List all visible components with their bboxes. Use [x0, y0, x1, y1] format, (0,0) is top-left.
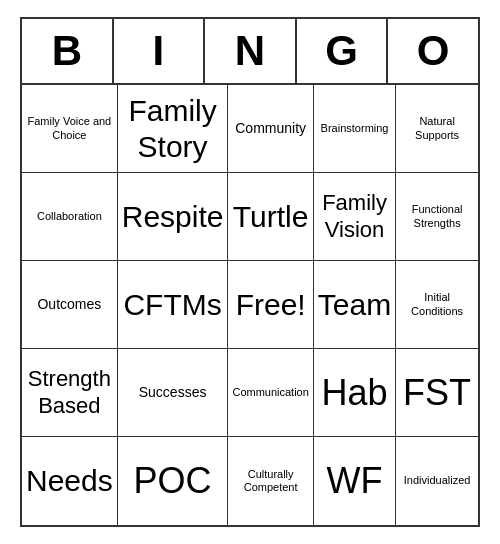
bingo-header: BINGO	[22, 19, 478, 85]
bingo-cell-22[interactable]: Culturally Competent	[228, 437, 313, 525]
cell-text-1: Family Story	[122, 93, 224, 165]
bingo-cell-11[interactable]: CFTMs	[118, 261, 229, 349]
bingo-grid: Family Voice and ChoiceFamily StoryCommu…	[22, 85, 478, 525]
bingo-card: BINGO Family Voice and ChoiceFamily Stor…	[20, 17, 480, 527]
cell-text-11: CFTMs	[123, 287, 221, 323]
bingo-cell-19[interactable]: FST	[396, 349, 478, 437]
bingo-cell-9[interactable]: Functional Strengths	[396, 173, 478, 261]
bingo-cell-4[interactable]: Natural Supports	[396, 85, 478, 173]
cell-text-23: WF	[327, 459, 383, 502]
bingo-cell-24[interactable]: Individualized	[396, 437, 478, 525]
cell-text-12: Free!	[236, 287, 306, 323]
bingo-cell-15[interactable]: Strength Based	[22, 349, 118, 437]
cell-text-4: Natural Supports	[400, 115, 474, 141]
cell-text-24: Individualized	[404, 474, 471, 487]
cell-text-2: Community	[235, 120, 306, 137]
cell-text-16: Successes	[139, 384, 207, 401]
bingo-cell-7[interactable]: Turtle	[228, 173, 313, 261]
bingo-cell-13[interactable]: Team	[314, 261, 396, 349]
bingo-cell-12[interactable]: Free!	[228, 261, 313, 349]
cell-text-6: Respite	[122, 199, 224, 235]
cell-text-22: Culturally Competent	[232, 468, 308, 494]
bingo-cell-17[interactable]: Communication	[228, 349, 313, 437]
cell-text-18: Hab	[322, 371, 388, 414]
cell-text-8: Family Vision	[318, 190, 391, 243]
bingo-cell-18[interactable]: Hab	[314, 349, 396, 437]
bingo-cell-10[interactable]: Outcomes	[22, 261, 118, 349]
cell-text-5: Collaboration	[37, 210, 102, 223]
bingo-cell-1[interactable]: Family Story	[118, 85, 229, 173]
header-letter-n: N	[205, 19, 297, 83]
bingo-cell-14[interactable]: Initial Conditions	[396, 261, 478, 349]
cell-text-19: FST	[403, 371, 471, 414]
cell-text-7: Turtle	[233, 199, 309, 235]
cell-text-10: Outcomes	[37, 296, 101, 313]
cell-text-20: Needs	[26, 463, 113, 499]
bingo-cell-3[interactable]: Brainstorming	[314, 85, 396, 173]
bingo-cell-16[interactable]: Successes	[118, 349, 229, 437]
bingo-cell-21[interactable]: POC	[118, 437, 229, 525]
bingo-cell-8[interactable]: Family Vision	[314, 173, 396, 261]
cell-text-9: Functional Strengths	[400, 203, 474, 229]
cell-text-13: Team	[318, 287, 391, 323]
cell-text-3: Brainstorming	[321, 122, 389, 135]
header-letter-g: G	[297, 19, 389, 83]
header-letter-i: I	[114, 19, 206, 83]
bingo-cell-20[interactable]: Needs	[22, 437, 118, 525]
cell-text-21: POC	[134, 459, 212, 502]
bingo-cell-2[interactable]: Community	[228, 85, 313, 173]
cell-text-0: Family Voice and Choice	[26, 115, 113, 141]
cell-text-17: Communication	[232, 386, 308, 399]
bingo-cell-5[interactable]: Collaboration	[22, 173, 118, 261]
bingo-cell-6[interactable]: Respite	[118, 173, 229, 261]
cell-text-14: Initial Conditions	[400, 291, 474, 317]
bingo-cell-23[interactable]: WF	[314, 437, 396, 525]
header-letter-b: B	[22, 19, 114, 83]
header-letter-o: O	[388, 19, 478, 83]
cell-text-15: Strength Based	[26, 366, 113, 419]
bingo-cell-0[interactable]: Family Voice and Choice	[22, 85, 118, 173]
